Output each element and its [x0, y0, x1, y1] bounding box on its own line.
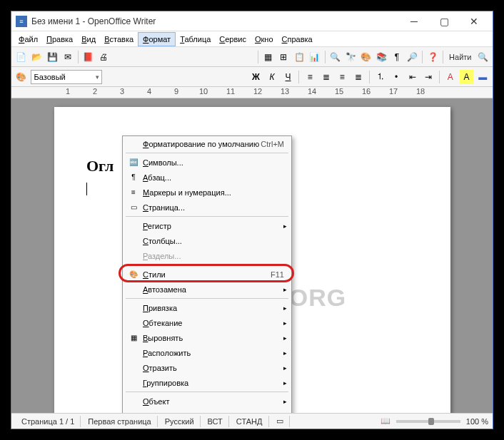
chart-icon[interactable]: 📊 [308, 50, 322, 64]
source-icon[interactable]: 📚 [374, 50, 388, 64]
menu-item-icon [127, 347, 140, 359]
menu-вставка[interactable]: Вставка [100, 33, 138, 46]
bold-icon[interactable]: Ж [249, 70, 263, 84]
status-style[interactable]: Первая страница [82, 416, 157, 427]
menu-вид[interactable]: Вид [77, 33, 100, 46]
document-area: Огл K-SDELAT.ORG Форматирование по умолч… [11, 98, 493, 413]
format-menu-dropdown: Форматирование по умолчаниюCtrl+M🔤Символ… [122, 135, 292, 413]
align-right-icon[interactable]: ≡ [336, 70, 350, 84]
menu-справка[interactable]: Справка [278, 33, 317, 46]
highlight-icon[interactable]: A [460, 70, 474, 84]
text-cursor [86, 183, 87, 195]
table-icon[interactable]: ▦ [261, 50, 276, 64]
menu-item-icon: ▭ [127, 411, 140, 414]
menu-item[interactable]: 🎨СтилиF11 [123, 267, 291, 282]
styles-icon[interactable]: 🎨 [14, 70, 29, 84]
email-icon[interactable]: ✉ [61, 50, 75, 64]
style-combo[interactable]: Базовый [31, 70, 102, 84]
menu-item-label: Обтекание [143, 319, 287, 327]
find-toggle-icon[interactable]: 🔍 [475, 50, 490, 64]
doc-icon[interactable]: 📋 [292, 50, 306, 64]
submenu-arrow-icon: ▸ [283, 398, 287, 405]
menu-item-icon [127, 362, 140, 374]
menu-правка[interactable]: Правка [42, 33, 77, 46]
indent-inc-icon[interactable]: ⇥ [422, 70, 436, 84]
menu-item-label: Группировка [143, 379, 287, 387]
menu-файл[interactable]: Файл [14, 33, 42, 46]
menu-item-label: Расположить [143, 349, 287, 357]
menu-item[interactable]: ▭Страница... [123, 200, 291, 215]
zoom-slider[interactable] [396, 420, 460, 423]
find-label: Найти [446, 53, 474, 61]
menu-item-label: Отразить [143, 364, 287, 372]
submenu-arrow-icon: ▸ [283, 222, 287, 230]
toolbar-formatting: 🎨 Базовый Ж К Ч ≡ ≣ ≡ ≣ ⒈ • ⇤ ⇥ A A ▬ [11, 67, 493, 87]
titlebar: ≡ Без имени 1 - OpenOffice Writer ─ ▢ ✕ [11, 11, 493, 31]
pdf-icon[interactable]: 📕 [81, 50, 96, 64]
underline-icon[interactable]: Ч [281, 70, 296, 84]
indent-dec-icon[interactable]: ⇤ [405, 70, 420, 84]
zoom-icon[interactable]: 🔎 [405, 50, 420, 64]
menu-item[interactable]: Объект▸ [123, 394, 291, 409]
app-window: ≡ Без имени 1 - OpenOffice Writer ─ ▢ ✕ … [11, 11, 493, 429]
menu-item[interactable]: Обтекание▸ [123, 315, 291, 330]
help-icon[interactable]: ❓ [425, 50, 440, 64]
submenu-arrow-icon: ▸ [283, 334, 287, 342]
zoom-value[interactable]: 100 % [466, 417, 488, 426]
menu-окно[interactable]: Окно [251, 33, 278, 46]
menu-item[interactable]: ¶Абзац... [123, 170, 291, 185]
menu-item-icon: 🔤 [127, 157, 140, 168]
menu-item-icon: ▭ [127, 202, 140, 213]
status-mode[interactable]: СТАНД [231, 416, 269, 427]
menu-item[interactable]: Автозамена▸ [123, 282, 291, 297]
italic-icon[interactable]: К [265, 70, 279, 84]
new-icon[interactable]: 📄 [14, 50, 29, 64]
nav-icon[interactable]: 🔭 [343, 50, 358, 64]
align-left-icon[interactable]: ≡ [303, 70, 317, 84]
minimize-button[interactable]: ─ [400, 14, 428, 29]
status-page[interactable]: Страница 1 / 1 [16, 416, 81, 427]
font-color-icon[interactable]: A [443, 70, 458, 84]
window-title: Без имени 1 - OpenOffice Writer [31, 16, 400, 26]
status-ins[interactable]: ВСТ [202, 416, 229, 427]
menu-item[interactable]: Регистр▸ [123, 218, 291, 233]
align-justify-icon[interactable]: ≣ [351, 70, 366, 84]
menu-item[interactable]: Форматирование по умолчаниюCtrl+M [123, 136, 291, 151]
menu-сервис[interactable]: Сервис [215, 33, 251, 46]
app-icon: ≡ [16, 16, 27, 27]
menu-item-icon [127, 377, 140, 389]
gallery-icon[interactable]: 🎨 [359, 50, 373, 64]
menu-таблица[interactable]: Таблица [176, 33, 215, 46]
list-bullet-icon[interactable]: • [389, 70, 403, 84]
status-sel[interactable]: ▭ [271, 416, 290, 427]
submenu-arrow-icon: ▸ [283, 379, 287, 387]
close-button[interactable]: ✕ [460, 14, 488, 29]
menu-item-icon: ≡ [127, 187, 140, 198]
find-icon[interactable]: 🔍 [328, 50, 343, 64]
list-num-icon[interactable]: ⒈ [373, 70, 388, 84]
menu-item[interactable]: Отразить▸ [123, 360, 291, 375]
status-lang[interactable]: Русский [159, 416, 201, 427]
submenu-arrow-icon: ▸ [283, 319, 287, 327]
menu-item-icon [127, 302, 140, 314]
save-icon[interactable]: 💾 [45, 50, 59, 64]
menu-item[interactable]: ▦Выровнять▸ [123, 330, 291, 345]
menu-item[interactable]: Расположить▸ [123, 345, 291, 360]
print-icon[interactable]: 🖨 [96, 50, 111, 64]
menu-item-label: Стили [143, 270, 271, 279]
nonprint-icon[interactable]: ¶ [390, 50, 404, 64]
open-icon[interactable]: 📂 [30, 50, 44, 64]
status-book-icon[interactable]: 📖 [380, 416, 390, 426]
align-center-icon[interactable]: ≣ [319, 70, 333, 84]
maximize-button[interactable]: ▢ [430, 14, 458, 29]
menu-item[interactable]: Столбцы... [123, 233, 291, 248]
menu-формат[interactable]: Формат [138, 32, 176, 46]
bg-color-icon[interactable]: ▬ [475, 70, 490, 84]
menu-item[interactable]: Привязка▸ [123, 300, 291, 315]
menu-item[interactable]: Группировка▸ [123, 375, 291, 390]
menu-item-icon: 🎨 [127, 269, 140, 280]
grid-icon[interactable]: ⊞ [277, 50, 291, 64]
menu-item-label: Автозамена [143, 285, 287, 294]
menu-item[interactable]: 🔤Символы... [123, 155, 291, 170]
menu-item[interactable]: ≡Маркеры и нумерация... [123, 185, 291, 200]
